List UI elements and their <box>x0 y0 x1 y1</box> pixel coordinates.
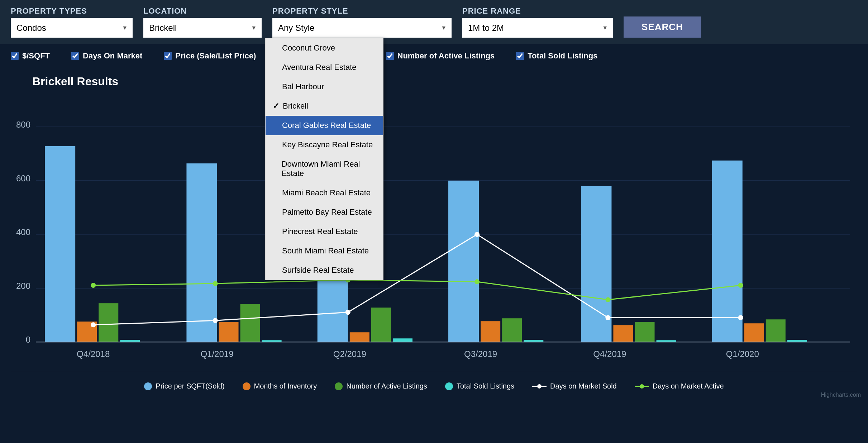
legend-dot-nal <box>335 382 343 390</box>
svg-rect-13 <box>99 303 118 342</box>
svg-point-38 <box>474 232 480 237</box>
filter-sqft[interactable]: $/SQFT <box>11 51 50 61</box>
svg-point-40 <box>738 315 743 320</box>
svg-text:Q1/2019: Q1/2019 <box>200 349 233 359</box>
svg-rect-22 <box>393 338 412 342</box>
property-style-wrapper: Any Style Modern Contemporary <box>272 18 452 38</box>
legend-moi: Months of Inventory <box>243 382 317 390</box>
svg-text:200: 200 <box>16 281 30 291</box>
svg-point-57 <box>640 384 644 389</box>
filter-price-label: Price (Sale/List Price) <box>175 51 256 61</box>
filter-nal-checkbox[interactable] <box>386 52 394 60</box>
property-style-select[interactable]: Any Style Modern Contemporary <box>272 18 452 38</box>
chart-svg: 0 200 400 600 800 <box>11 95 857 375</box>
location-label: LOCATION <box>143 6 262 16</box>
filter-price-checkbox[interactable] <box>164 52 172 60</box>
legend-line-doma <box>635 382 649 390</box>
svg-rect-16 <box>219 322 238 342</box>
svg-point-46 <box>738 283 743 288</box>
dropdown-item-coral-gables[interactable]: Coral Gables Real Estate <box>266 116 383 135</box>
dropdown-item-bal-harbour[interactable]: Bal Harbour <box>266 77 383 96</box>
filter-tsl[interactable]: Total Sold Listings <box>516 51 597 61</box>
legend-dot-moi <box>243 382 251 390</box>
svg-point-44 <box>474 279 480 284</box>
svg-rect-32 <box>744 323 764 342</box>
legend-price-sqft: Price per SQFT(Sold) <box>144 382 224 390</box>
legend-label-tsl: Total Sold Listings <box>457 382 514 390</box>
dropdown-item-palmetto-bay[interactable]: Palmetto Bay Real Estate <box>266 203 383 222</box>
legend-doms: Days on Market Sold <box>532 382 617 390</box>
price-range-group: PRICE RANGE 1M to 2M 500K to 1M 2M to 5M <box>462 6 613 38</box>
svg-point-45 <box>605 297 610 302</box>
dropdown-item-south-miami[interactable]: South Miami Real Estate <box>266 241 383 261</box>
svg-rect-20 <box>350 332 369 342</box>
legend-label-nal: Number of Active Listings <box>346 382 427 390</box>
dropdown-item-downtown-miami[interactable]: Downtown Miami Real Estate <box>266 154 383 183</box>
filter-sqft-label: $/SQFT <box>22 51 50 61</box>
dropdown-item-pinecrest[interactable]: Pinecrest Real Estate <box>266 222 383 241</box>
filter-nal-label: Number of Active Listings <box>397 51 495 61</box>
chart-title: Brickell Results <box>11 75 857 88</box>
property-style-group: PROPERTY STYLE Any Style Modern Contempo… <box>272 6 452 38</box>
svg-rect-28 <box>613 325 633 342</box>
legend-dot-price-sqft <box>144 382 152 390</box>
dropdown-item-surfside[interactable]: Surfside Real Estate <box>266 261 383 280</box>
dropdown-item-aventura[interactable]: Aventura Real Estate <box>266 58 383 77</box>
svg-point-36 <box>213 318 218 323</box>
price-range-label: PRICE RANGE <box>462 6 613 16</box>
svg-rect-17 <box>240 304 260 342</box>
highcharts-watermark: Highcharts.com <box>821 392 861 398</box>
filter-dom-checkbox[interactable] <box>71 52 79 60</box>
svg-rect-24 <box>481 321 500 342</box>
legend-label-moi: Months of Inventory <box>254 382 317 390</box>
filter-sqft-checkbox[interactable] <box>11 52 19 60</box>
filter-price[interactable]: Price (Sale/List Price) <box>164 51 256 61</box>
svg-point-35 <box>91 322 96 327</box>
svg-text:800: 800 <box>16 120 30 129</box>
legend-dot-tsl <box>445 382 453 390</box>
dropdown-item-miami-beach[interactable]: Miami Beach Real Estate <box>266 183 383 203</box>
svg-rect-25 <box>502 318 522 342</box>
svg-rect-23 <box>448 181 479 342</box>
filter-nal[interactable]: Number of Active Listings <box>386 51 495 61</box>
legend-tsl: Total Sold Listings <box>445 382 514 390</box>
price-range-select[interactable]: 1M to 2M 500K to 1M 2M to 5M <box>462 18 613 38</box>
dropdown-item-brickell[interactable]: Brickell <box>266 96 383 116</box>
svg-point-39 <box>605 315 610 320</box>
svg-text:Q1/2020: Q1/2020 <box>726 349 759 359</box>
price-range-wrapper: 1M to 2M 500K to 1M 2M to 5M <box>462 18 613 38</box>
legend-label-doms: Days on Market Sold <box>550 382 617 390</box>
filter-dom[interactable]: Days On Market <box>71 51 142 61</box>
legend-label-doma: Days on Market Active <box>653 382 724 390</box>
dropdown-item-key-biscayne[interactable]: Key Biscayne Real Estate <box>266 135 383 154</box>
property-style-label: PROPERTY STYLE <box>272 6 452 16</box>
svg-text:Q4/2019: Q4/2019 <box>593 349 626 359</box>
svg-rect-33 <box>766 319 786 342</box>
svg-text:0: 0 <box>26 335 30 344</box>
chart-legend: Price per SQFT(Sold) Months of Inventory… <box>11 375 857 394</box>
property-types-select[interactable]: Condos Single Family Townhouses <box>11 18 133 38</box>
svg-text:Q2/2019: Q2/2019 <box>333 349 366 359</box>
legend-nal: Number of Active Listings <box>335 382 427 390</box>
svg-text:400: 400 <box>16 227 30 237</box>
location-select[interactable]: Brickell <box>143 18 262 38</box>
filter-tsl-label: Total Sold Listings <box>528 51 597 61</box>
svg-point-55 <box>537 384 542 389</box>
svg-point-37 <box>345 310 350 315</box>
svg-text:Q3/2019: Q3/2019 <box>464 349 497 359</box>
property-types-group: PROPERTY TYPES Condos Single Family Town… <box>11 6 133 38</box>
legend-line-doms <box>532 382 547 390</box>
legend-label-price-sqft: Price per SQFT(Sold) <box>156 382 224 390</box>
dropdown-item-coconut-grove[interactable]: Coconut Grove <box>266 38 383 58</box>
svg-rect-21 <box>371 308 391 342</box>
svg-rect-29 <box>635 322 654 342</box>
filter-dom-label: Days On Market <box>83 51 142 61</box>
search-button[interactable]: SEARCH <box>624 16 701 38</box>
property-types-label: PROPERTY TYPES <box>11 6 133 16</box>
svg-point-42 <box>213 281 218 286</box>
chart-wrapper: 0 200 400 600 800 <box>11 95 857 375</box>
top-bar: PROPERTY TYPES Condos Single Family Town… <box>0 0 868 44</box>
location-wrapper: Brickell <box>143 18 262 38</box>
filter-tsl-checkbox[interactable] <box>516 52 524 60</box>
legend-doma: Days on Market Active <box>635 382 724 390</box>
